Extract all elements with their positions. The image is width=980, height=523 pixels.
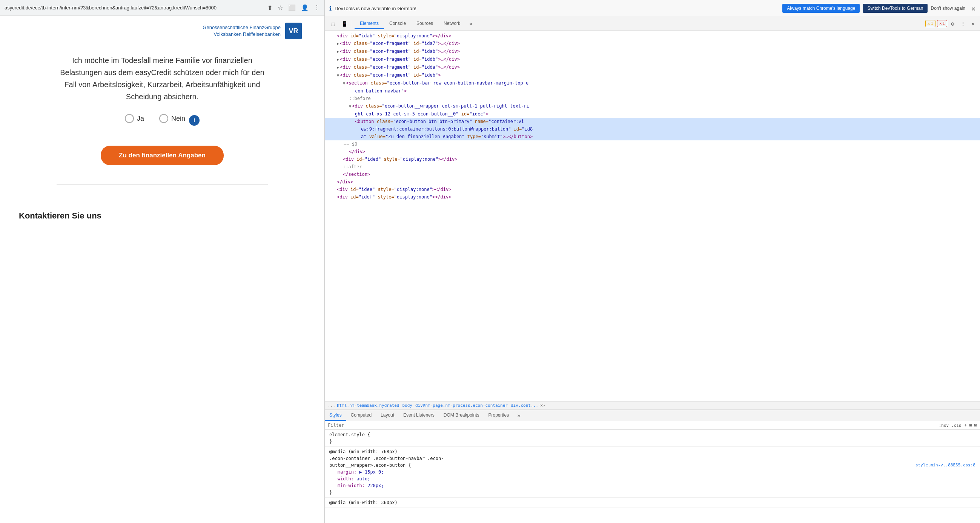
tree-line-close-div2: </div> xyxy=(325,178,980,186)
plus-icon[interactable]: + xyxy=(964,423,967,428)
css-prop-min-width: min-width: xyxy=(337,483,365,488)
tree-line-button-cont2: a" value="Zu den finanziellen Angaben" t… xyxy=(325,133,980,140)
always-match-button[interactable]: Always match Chrome's language xyxy=(782,4,860,13)
tree-line-section[interactable]: ▼<section class="econ-button-bar row eco… xyxy=(325,79,980,87)
tab-computed[interactable]: Computed xyxy=(346,410,376,421)
tab-elements[interactable]: Elements xyxy=(355,19,384,29)
css-rule-element-style: element.style { } xyxy=(325,430,980,447)
tree-line-close-div: </div> xyxy=(325,148,980,155)
triangle-idda[interactable]: ▶ xyxy=(337,65,339,69)
tree-line-button[interactable]: <button class="econ-button btn btn-prima… xyxy=(325,118,980,125)
url-display: asycredit.de/ece/tb-intern/inter-nm/?3&b… xyxy=(5,5,264,11)
more-options-icon[interactable]: ⋮ xyxy=(958,19,968,28)
toggle-icon[interactable]: ⊟ xyxy=(974,423,977,428)
tab-layout[interactable]: Layout xyxy=(376,410,399,421)
warning-badge: ⚠ 1 xyxy=(925,20,935,27)
tree-line-idab: <div id="idab" style="display:none"></di… xyxy=(325,32,980,40)
devtools-panel: ℹ DevTools is now available in German! A… xyxy=(325,0,980,523)
tab-styles[interactable]: Styles xyxy=(325,410,346,421)
filter-icons: + ⊞ ⊟ xyxy=(964,423,977,428)
triangle-ida7[interactable]: ▶ xyxy=(337,41,339,46)
breadcrumb-body[interactable]: body xyxy=(402,403,412,408)
css-rule-media-360: @media (min-width: 360px) xyxy=(325,498,980,508)
notification-text: DevTools is now available in German! xyxy=(334,6,780,11)
breadcrumb-div-nm[interactable]: div#nm-page.nm-process.econ-container xyxy=(415,403,508,408)
tree-line-before: ::before xyxy=(325,95,980,102)
error-icon: ✕ xyxy=(939,21,942,26)
radio-ja-label[interactable]: Ja xyxy=(125,114,144,123)
tab-properties[interactable]: Properties xyxy=(484,410,514,421)
triangle-section[interactable]: ▼ xyxy=(343,81,345,85)
tree-line-ida7[interactable]: ▶<div class="econ-fragment" id="ida7">…<… xyxy=(325,40,980,48)
css-source-768[interactable]: style.min-v..88E55.css:8 xyxy=(915,462,975,469)
css-rule-media-768: @media (min-width: 768px) .econ-containe… xyxy=(325,447,980,498)
vr-logo-section: Genossenschaftliche FinanzGruppe Volksba… xyxy=(202,16,302,43)
tab-event-listeners[interactable]: Event Listeners xyxy=(399,410,439,421)
settings-icon[interactable]: ⚙ xyxy=(949,19,956,28)
question-text: Ich möchte im Todesfall meine Familie vo… xyxy=(57,54,268,103)
layout-icon[interactable]: ⊞ xyxy=(969,423,972,428)
css-prop-width: width: xyxy=(337,476,354,482)
devtools-toolbar: ⬚ 📱 Elements Console Sources Network » ⚠… xyxy=(325,17,980,30)
info-icon[interactable]: i xyxy=(189,115,200,126)
breadcrumb-dots2: >> xyxy=(540,403,545,408)
radio-ja-circle[interactable] xyxy=(125,114,134,123)
breadcrumb-dots: ... xyxy=(328,403,335,408)
close-devtools-button[interactable]: ✕ xyxy=(969,19,977,28)
tab-more-button[interactable]: » xyxy=(466,19,476,29)
cast-icon[interactable]: ⬜ xyxy=(288,4,296,11)
tree-line-idab2[interactable]: ▶<div class="econ-fragment" id="idab">…<… xyxy=(325,48,980,56)
more-icon[interactable]: ⋮ xyxy=(314,4,320,11)
tree-line-close-section: </section> xyxy=(325,171,980,178)
css-selector-econ2: button__wrapper>.econ-button { xyxy=(329,462,411,468)
breadcrumb-div-cont[interactable]: div.cont... xyxy=(511,403,538,408)
filter-meta: :hov .cls xyxy=(939,423,961,428)
bookmark-icon[interactable]: ☆ xyxy=(278,4,283,11)
toolbar-separator xyxy=(352,20,352,27)
tab-console[interactable]: Console xyxy=(384,19,411,29)
devtools-breadcrumb: ... html.nm-teambank.hydrated body div#n… xyxy=(325,401,980,410)
tree-line-after: ::after xyxy=(325,163,980,171)
filter-input[interactable] xyxy=(328,423,936,428)
error-badge: ✕ 1 xyxy=(937,20,947,27)
triangle-idab[interactable]: ▶ xyxy=(337,49,339,54)
devtools-alerts: ⚠ 1 ✕ 1 ⚙ ⋮ ✕ xyxy=(925,19,977,28)
switch-devtools-button[interactable]: Switch DevTools to German xyxy=(863,4,928,13)
css-val-margin: ▶ 15px 0; xyxy=(356,469,383,475)
browser-toolbar-icons: ⬆ ☆ ⬜ 👤 ⋮ xyxy=(267,4,320,11)
styles-panel: :hov .cls + ⊞ ⊟ element.style { } @media… xyxy=(325,421,980,523)
tab-dom-breakpoints[interactable]: DOM Breakpoints xyxy=(439,410,484,421)
tree-line-idda[interactable]: ▶<div class="econ-fragment" id="idda">…<… xyxy=(325,64,980,71)
device-toolbar-button[interactable]: 📱 xyxy=(339,19,350,29)
tree-line-iddb[interactable]: ▶<div class="econ-fragment" id="iddb">…<… xyxy=(325,56,980,64)
tree-line-ided: <div id="ided" style="display:none"></di… xyxy=(325,155,980,163)
css-selector-element: element.style { xyxy=(329,432,370,437)
tree-line-section-cont: con-button-navbar"> xyxy=(325,87,980,95)
html-tree: <div id="idab" style="display:none"></di… xyxy=(325,30,980,401)
tab-sources[interactable]: Sources xyxy=(411,19,438,29)
breadcrumb-html[interactable]: html.nm-teambank.hydrated xyxy=(337,403,399,408)
profile-icon[interactable]: 👤 xyxy=(301,4,309,11)
tree-line-div-wrapper[interactable]: ▼<div class="econ-button__wrapper col-sm… xyxy=(325,102,980,110)
bottom-tab-more[interactable]: » xyxy=(513,410,524,421)
webpage-content: Genossenschaftliche FinanzGruppe Volksba… xyxy=(0,16,325,523)
triangle-div-wrapper[interactable]: ▼ xyxy=(349,104,351,108)
inspect-element-button[interactable]: ⬚ xyxy=(328,19,338,29)
address-bar: asycredit.de/ece/tb-intern/inter-nm/?3&b… xyxy=(0,0,325,16)
share-icon[interactable]: ⬆ xyxy=(267,4,272,11)
info-notification-icon: ℹ xyxy=(329,5,332,12)
css-selector-econ: .econ-container .econ-button-navbar .eco… xyxy=(329,456,444,461)
dont-show-again[interactable]: Don't show again xyxy=(931,6,965,11)
triangle-iddb[interactable]: ▶ xyxy=(337,57,339,62)
bottom-tabs: Styles Computed Layout Event Listeners D… xyxy=(325,410,980,421)
submit-button[interactable]: Zu den finanziellen Angaben xyxy=(101,146,224,165)
triangle-ideb[interactable]: ▼ xyxy=(337,73,339,77)
warning-count: 1 xyxy=(931,21,933,26)
tree-line-ideb[interactable]: ▼<div class="econ-fragment" id="ideb"> xyxy=(325,71,980,79)
close-notification-button[interactable]: ✕ xyxy=(971,5,975,13)
vr-logo-image: VR xyxy=(285,22,302,39)
tab-network[interactable]: Network xyxy=(438,19,466,29)
filter-bar: :hov .cls + ⊞ ⊟ xyxy=(325,421,980,430)
radio-nein-label[interactable]: Nein xyxy=(159,114,185,123)
radio-nein-circle[interactable] xyxy=(159,114,168,123)
